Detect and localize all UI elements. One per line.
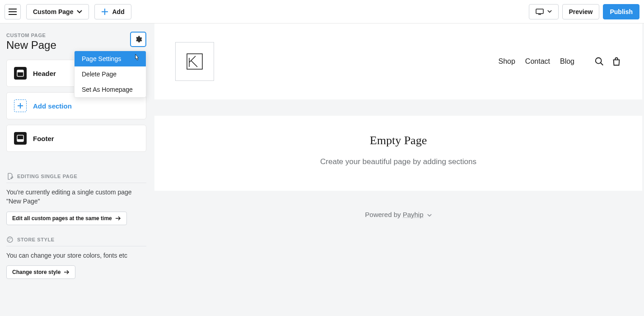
add-section-icon [14, 99, 27, 112]
empty-page-subtitle: Create your beautiful page by adding sec… [154, 157, 642, 166]
dropdown-item-label: Set As Homepage [82, 86, 133, 93]
edit-all-pages-button[interactable]: Edit all custom pages at the same time [6, 212, 127, 225]
button-label: Change store style [12, 269, 61, 275]
svg-rect-2 [17, 70, 23, 72]
editing-single-page-info: EDITING SINGLE PAGE You're currently edi… [6, 173, 146, 225]
powered-by-footer: Powered by Payhip [153, 191, 644, 238]
add-button[interactable]: Add [94, 4, 131, 19]
section-card-label: Header [33, 70, 56, 77]
cursor-icon [133, 54, 140, 63]
publish-button[interactable]: Publish [603, 4, 639, 19]
topbar: Custom Page Add Preview Publish [0, 0, 644, 24]
info-heading: STORE STYLE [6, 236, 146, 246]
svg-point-8 [9, 240, 9, 241]
nav-link-blog[interactable]: Blog [560, 57, 574, 66]
preview-button[interactable]: Preview [562, 4, 600, 19]
empty-page-body: Empty Page Create your beautiful page by… [154, 116, 642, 191]
nav-link-shop[interactable]: Shop [498, 57, 515, 66]
info-heading: EDITING SINGLE PAGE [6, 173, 146, 183]
page-settings-dropdown: Page Settings Delete Page Set As Homepag… [74, 51, 146, 98]
section-card-footer[interactable]: Footer [6, 125, 146, 152]
desktop-icon [536, 9, 544, 15]
info-heading-text: STORE STYLE [17, 237, 55, 242]
svg-rect-4 [17, 139, 23, 141]
hamburger-button[interactable] [5, 4, 21, 19]
dropdown-item-label: Page Settings [82, 55, 121, 62]
svg-point-6 [9, 238, 9, 239]
svg-point-7 [10, 238, 11, 239]
section-card-label: Footer [33, 135, 54, 142]
chevron-down-icon [547, 10, 552, 13]
page-edit-icon [6, 173, 14, 180]
empty-page-title: Empty Page [154, 134, 642, 147]
section-card-label: Add section [33, 102, 72, 110]
site-nav: Shop Contact Blog [498, 57, 621, 66]
button-label: Edit all custom pages at the same time [12, 215, 112, 222]
add-button-label: Add [112, 8, 124, 15]
topbar-left: Custom Page Add [5, 4, 131, 19]
info-body: You can change your store colors, fonts … [6, 251, 146, 260]
header-section-icon [14, 67, 27, 80]
page-type-dropdown[interactable]: Custom Page [26, 4, 89, 19]
chevron-down-icon [77, 10, 82, 14]
gear-icon [134, 35, 142, 43]
palette-icon [6, 236, 14, 243]
arrow-right-icon [64, 270, 70, 274]
preview-canvas: Shop Contact Blog Empty Page Create your… [153, 24, 644, 316]
dropdown-item-delete-page[interactable]: Delete Page [75, 66, 146, 82]
topbar-right: Preview Publish [529, 4, 640, 19]
page-settings-gear-button[interactable] [130, 32, 146, 47]
page-type-label: Custom Page [33, 8, 73, 15]
page-title: New Page [6, 39, 146, 52]
sidebar-overline: CUSTOM PAGE [6, 33, 146, 38]
site-header-wrapper: Shop Contact Blog [154, 24, 642, 99]
powered-by-brand[interactable]: Payhip [403, 211, 424, 218]
info-heading-text: EDITING SINGLE PAGE [17, 174, 77, 179]
search-icon[interactable] [594, 57, 604, 66]
nav-icons [594, 57, 621, 66]
powered-by-prefix: Powered by [365, 211, 402, 218]
dropdown-item-page-settings[interactable]: Page Settings [75, 51, 146, 66]
svg-rect-0 [536, 9, 543, 14]
nav-link-contact[interactable]: Contact [525, 57, 550, 66]
arrow-right-icon [116, 216, 121, 221]
footer-section-icon [14, 132, 27, 145]
viewport-dropdown[interactable] [529, 4, 559, 19]
hamburger-icon [9, 9, 17, 15]
bag-icon[interactable] [611, 57, 621, 66]
svg-point-10 [596, 57, 602, 63]
site-logo[interactable] [175, 42, 214, 81]
chevron-down-icon [427, 214, 432, 217]
info-body: You're currently editing a single custom… [6, 188, 146, 206]
svg-point-5 [7, 237, 13, 242]
change-store-style-button[interactable]: Change store style [6, 265, 75, 279]
plus-icon [101, 8, 108, 15]
main-area: CUSTOM PAGE New Page Page Settings Delet… [0, 24, 644, 316]
site-header: Shop Contact Blog [154, 24, 642, 99]
publish-button-label: Publish [610, 8, 633, 15]
store-style-info: STORE STYLE You can change your store co… [6, 236, 146, 279]
sidebar: CUSTOM PAGE New Page Page Settings Delet… [0, 24, 153, 316]
dropdown-item-label: Delete Page [82, 71, 117, 78]
dropdown-item-set-homepage[interactable]: Set As Homepage [75, 82, 146, 97]
preview-button-label: Preview [569, 8, 593, 15]
logo-icon [187, 53, 203, 70]
